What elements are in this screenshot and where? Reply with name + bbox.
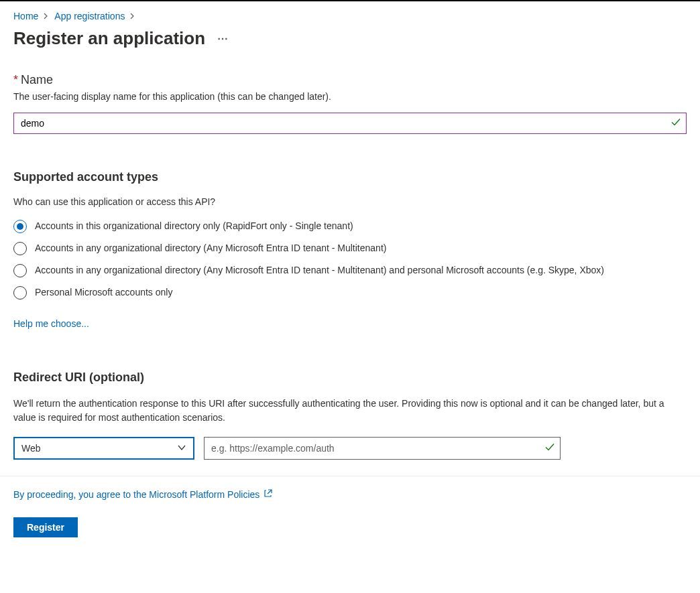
account-type-option-multitenant[interactable]: Accounts in any organizational directory… <box>13 241 687 255</box>
checkmark-icon <box>544 442 555 455</box>
account-types-radio-group: Accounts in this organizational director… <box>13 219 687 300</box>
radio-label: Accounts in any organizational directory… <box>35 263 604 277</box>
account-type-option-multitenant-personal[interactable]: Accounts in any organizational directory… <box>13 263 687 277</box>
name-field-label: * Name <box>13 73 687 87</box>
platform-select-value: Web <box>21 443 41 454</box>
breadcrumb-separator-icon <box>44 11 49 21</box>
account-type-option-personal-only[interactable]: Personal Microsoft accounts only <box>13 285 687 300</box>
account-types-heading: Supported account types <box>13 170 687 184</box>
breadcrumb-app-registrations[interactable]: App registrations <box>54 11 125 21</box>
radio-icon <box>13 264 27 277</box>
breadcrumb: Home App registrations <box>13 11 687 21</box>
required-indicator-icon: * <box>13 73 18 87</box>
page-title: Register an application ⋯ <box>13 28 687 49</box>
platform-policies-link[interactable]: By proceeding, you agree to the Microsof… <box>13 489 259 500</box>
help-me-choose-link[interactable]: Help me choose... <box>13 318 89 329</box>
register-button[interactable]: Register <box>13 517 78 537</box>
radio-label: Accounts in any organizational directory… <box>35 241 386 255</box>
chevron-down-icon <box>177 443 186 454</box>
redirect-uri-description: We'll return the authentication response… <box>13 397 687 425</box>
checkmark-icon <box>670 117 681 130</box>
account-types-question: Who can use this application or access t… <box>13 196 687 207</box>
name-field-description: The user-facing display name for this ap… <box>13 91 687 102</box>
breadcrumb-home[interactable]: Home <box>13 11 38 21</box>
radio-label: Personal Microsoft accounts only <box>35 285 172 299</box>
redirect-uri-heading: Redirect URI (optional) <box>13 371 687 385</box>
radio-icon <box>13 286 27 300</box>
radio-icon <box>13 242 27 255</box>
account-type-option-single-tenant[interactable]: Accounts in this organizational director… <box>13 219 687 233</box>
breadcrumb-separator-icon <box>130 11 135 21</box>
radio-icon <box>13 220 27 233</box>
external-link-icon <box>264 488 273 500</box>
more-actions-icon[interactable]: ⋯ <box>217 32 229 45</box>
radio-label: Accounts in this organizational director… <box>35 219 353 233</box>
name-input[interactable] <box>13 113 687 134</box>
platform-select[interactable]: Web <box>13 437 194 460</box>
redirect-uri-input[interactable] <box>204 437 561 460</box>
